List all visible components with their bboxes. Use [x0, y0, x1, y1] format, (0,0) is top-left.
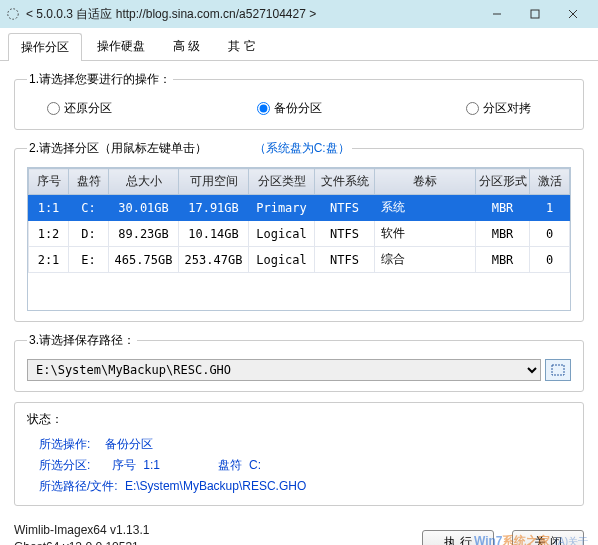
- column-header[interactable]: 激活: [530, 169, 570, 195]
- path-select[interactable]: E:\System\MyBackup\RESC.GHO: [27, 359, 541, 381]
- footer: Wimlib-Imagex64 v1.13.1 Ghost64 v12.0.0.…: [0, 516, 598, 545]
- column-header[interactable]: 总大小: [109, 169, 179, 195]
- svg-rect-2: [531, 10, 539, 18]
- svg-point-0: [8, 9, 19, 20]
- svg-rect-5: [552, 365, 564, 375]
- table-row[interactable]: 1:2D:89.23GB10.14GBLogicalNTFS软件MBR0: [29, 221, 570, 247]
- tab-bar: 操作分区 操作硬盘 高 级 其 它: [0, 28, 598, 61]
- operation-group: 1.请选择您要进行的操作： 还原分区 备份分区 分区对拷: [14, 71, 584, 130]
- browse-icon: [551, 364, 565, 376]
- column-header[interactable]: 卷标: [375, 169, 476, 195]
- radio-clone[interactable]: 分区对拷: [466, 100, 531, 117]
- partition-legend: 2.请选择分区（用鼠标左键单击） （系统盘为C:盘）: [27, 140, 352, 157]
- version-info: Wimlib-Imagex64 v1.13.1 Ghost64 v12.0.0.…: [14, 522, 422, 545]
- column-header[interactable]: 文件系统: [315, 169, 375, 195]
- status-partition: 所选分区: 序号 1:1 盘符 C:: [27, 455, 571, 476]
- close-app-button[interactable]: 关 闭: [512, 530, 584, 545]
- column-header[interactable]: 分区类型: [249, 169, 315, 195]
- status-operation: 所选操作: 备份分区: [27, 434, 571, 455]
- system-disk-hint: （系统盘为C:盘）: [254, 141, 350, 155]
- column-header[interactable]: 盘符: [69, 169, 109, 195]
- path-group: 3.请选择保存路径： E:\System\MyBackup\RESC.GHO: [14, 332, 584, 392]
- status-group: 状态： 所选操作: 备份分区 所选分区: 序号 1:1 盘符 C: 所选路径/文…: [14, 402, 584, 506]
- status-path: 所选路径/文件: E:\System\MyBackup\RESC.GHO: [27, 476, 571, 497]
- partition-table[interactable]: 序号盘符总大小可用空间分区类型文件系统卷标分区形式激活 1:1C:30.01GB…: [27, 167, 571, 311]
- radio-restore[interactable]: 还原分区: [47, 100, 112, 117]
- close-button[interactable]: [554, 2, 592, 26]
- tab-partition[interactable]: 操作分区: [8, 33, 82, 61]
- title-bar: < 5.0.0.3 自适应 http://blog.sina.com.cn/a5…: [0, 0, 598, 28]
- status-label: 状态：: [27, 411, 571, 428]
- column-header[interactable]: 序号: [29, 169, 69, 195]
- window-title: < 5.0.0.3 自适应 http://blog.sina.com.cn/a5…: [26, 6, 478, 23]
- path-legend: 3.请选择保存路径：: [27, 332, 137, 349]
- tab-other[interactable]: 其 它: [215, 32, 268, 60]
- table-row[interactable]: 1:1C:30.01GB17.91GBPrimaryNTFS系统MBR1: [29, 195, 570, 221]
- tab-disk[interactable]: 操作硬盘: [84, 32, 158, 60]
- radio-backup[interactable]: 备份分区: [257, 100, 322, 117]
- maximize-button[interactable]: [516, 2, 554, 26]
- execute-button[interactable]: 执 行: [422, 530, 494, 545]
- partition-group: 2.请选择分区（用鼠标左键单击） （系统盘为C:盘） 序号盘符总大小可用空间分区…: [14, 140, 584, 322]
- column-header[interactable]: 可用空间: [179, 169, 249, 195]
- operation-legend: 1.请选择您要进行的操作：: [27, 71, 173, 88]
- app-icon: [6, 7, 20, 21]
- minimize-button[interactable]: [478, 2, 516, 26]
- tab-advanced[interactable]: 高 级: [160, 32, 213, 60]
- table-row[interactable]: 2:1E:465.75GB253.47GBLogicalNTFS综合MBR0: [29, 247, 570, 273]
- browse-button[interactable]: [545, 359, 571, 381]
- column-header[interactable]: 分区形式: [476, 169, 530, 195]
